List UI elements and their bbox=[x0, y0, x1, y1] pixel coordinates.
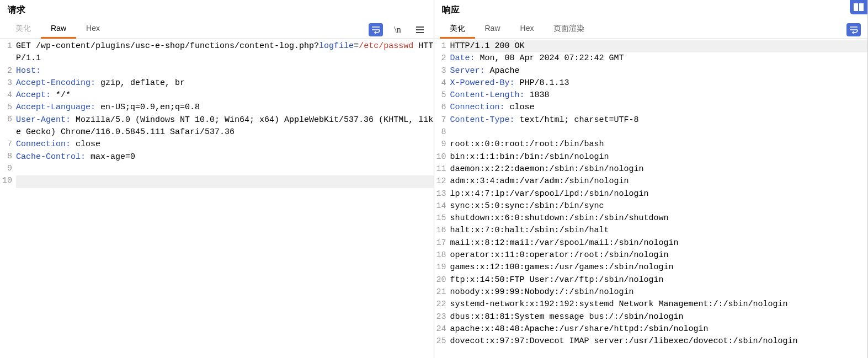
response-tab-row: 美化 Raw Hex 页面渲染 bbox=[434, 20, 868, 39]
code-line[interactable]: Date: Mon, 08 Apr 2024 07:22:42 GMT bbox=[450, 52, 868, 65]
line-number: 18 bbox=[434, 249, 449, 261]
code-line[interactable]: halt:x:7:0:halt:/sbin:/sbin/halt bbox=[450, 225, 868, 237]
line-number: 5 bbox=[0, 101, 14, 114]
code-line[interactable]: apache:x:48:48:Apache:/usr/share/httpd:/… bbox=[450, 323, 868, 335]
layout-toggle-button[interactable] bbox=[850, 0, 867, 14]
line-number: 11 bbox=[434, 163, 449, 175]
code-line[interactable]: nobody:x:99:99:Nobody:/:/sbin/nologin bbox=[450, 286, 868, 298]
line-number: 3 bbox=[0, 77, 14, 89]
response-title: 响应 bbox=[442, 4, 860, 16]
request-actions: \n bbox=[369, 23, 434, 36]
tab-raw[interactable]: Raw bbox=[475, 20, 510, 39]
code-line[interactable]: lp:x:4:7:lp:/var/spool/lpd:/sbin/nologin bbox=[450, 188, 868, 200]
code-line[interactable] bbox=[16, 175, 434, 188]
code-line[interactable]: Content-Length: 1838 bbox=[450, 89, 868, 101]
code-line[interactable]: Connection: close bbox=[16, 138, 434, 151]
tab-beautify[interactable]: 美化 bbox=[440, 20, 475, 39]
line-number: 12 bbox=[434, 175, 449, 188]
code-line[interactable]: Cache-Control: max-age=0 bbox=[16, 151, 434, 163]
code-line[interactable]: HTTP/1.1 200 OK bbox=[450, 40, 868, 52]
line-number: 15 bbox=[434, 212, 449, 225]
code-line[interactable]: shutdown:x:6:0:shutdown:/sbin:/sbin/shut… bbox=[450, 212, 868, 225]
line-number: 10 bbox=[0, 175, 14, 187]
line-number: 1 bbox=[0, 40, 14, 65]
line-number: 2 bbox=[434, 52, 449, 65]
request-tabs: 美化 Raw Hex bbox=[0, 20, 369, 39]
line-number: 24 bbox=[434, 323, 449, 335]
code-line[interactable]: GET /wp-content/plugins/usc-e-shop/funct… bbox=[16, 40, 434, 65]
tab-hex[interactable]: Hex bbox=[510, 20, 544, 39]
line-number: 6 bbox=[434, 101, 449, 114]
line-number: 22 bbox=[434, 298, 449, 311]
request-code-area[interactable]: 12345678910 GET /wp-content/plugins/usc-… bbox=[0, 39, 434, 358]
code-line[interactable]: User-Agent: Mozilla/5.0 (Windows NT 10.0… bbox=[16, 114, 434, 139]
line-number: 10 bbox=[434, 151, 449, 163]
line-number: 25 bbox=[434, 335, 449, 348]
newline-icon[interactable]: \n bbox=[391, 23, 405, 36]
code-line[interactable]: Connection: close bbox=[450, 101, 868, 114]
request-tab-row: 美化 Raw Hex \n bbox=[0, 20, 434, 39]
code-line[interactable]: ftp:x:14:50:FTP User:/var/ftp:/sbin/nolo… bbox=[450, 274, 868, 286]
code-line[interactable]: systemd-network:x:192:192:systemd Networ… bbox=[450, 298, 868, 311]
line-number: 5 bbox=[434, 89, 449, 101]
code-line[interactable]: adm:x:3:4:adm:/var/adm:/sbin/nologin bbox=[450, 175, 868, 188]
line-number: 16 bbox=[434, 225, 449, 237]
line-number: 1 bbox=[434, 40, 449, 52]
line-number: 17 bbox=[434, 237, 449, 249]
line-number: 9 bbox=[0, 163, 14, 175]
line-number: 8 bbox=[0, 151, 14, 163]
wrap-icon[interactable] bbox=[369, 23, 383, 36]
code-line[interactable]: Host: bbox=[16, 65, 434, 77]
line-number: 7 bbox=[434, 114, 449, 126]
code-line[interactable]: X-Powered-By: PHP/8.1.13 bbox=[450, 77, 868, 89]
tab-hex[interactable]: Hex bbox=[76, 20, 110, 39]
request-gutter: 12345678910 bbox=[0, 39, 14, 358]
line-number: 7 bbox=[0, 138, 14, 151]
tab-render[interactable]: 页面渲染 bbox=[544, 20, 594, 39]
code-line[interactable]: bin:x:1:1:bin:/bin:/sbin/nologin bbox=[450, 151, 868, 163]
code-line[interactable]: Content-Type: text/html; charset=UTF-8 bbox=[450, 114, 868, 126]
response-gutter: 1234567891011121314151617181920212223242… bbox=[434, 39, 449, 358]
line-number: 23 bbox=[434, 311, 449, 323]
line-number: 9 bbox=[434, 138, 449, 151]
line-number: 13 bbox=[434, 188, 449, 200]
request-pane: 请求 美化 Raw Hex \n 1234567891 bbox=[0, 0, 434, 358]
menu-icon[interactable] bbox=[413, 23, 427, 36]
code-line[interactable] bbox=[16, 163, 434, 175]
request-code[interactable]: GET /wp-content/plugins/usc-e-shop/funct… bbox=[14, 39, 434, 358]
line-number: 19 bbox=[434, 261, 449, 274]
svg-rect-6 bbox=[859, 3, 864, 11]
code-line[interactable]: operator:x:11:0:operator:/root:/sbin/nol… bbox=[450, 249, 868, 261]
line-number: 6 bbox=[0, 114, 14, 138]
line-number: 2 bbox=[0, 65, 14, 77]
code-line[interactable]: mail:x:8:12:mail:/var/spool/mail:/sbin/n… bbox=[450, 237, 868, 249]
svg-rect-5 bbox=[854, 3, 858, 11]
line-number: 20 bbox=[434, 274, 449, 286]
code-line[interactable]: dbus:x:81:81:System message bus:/:/sbin/… bbox=[450, 311, 868, 323]
response-tabs: 美化 Raw Hex 页面渲染 bbox=[434, 20, 847, 39]
line-number: 21 bbox=[434, 286, 449, 298]
line-number: 3 bbox=[434, 65, 449, 77]
code-line[interactable]: sync:x:5:0:sync:/sbin:/bin/sync bbox=[450, 200, 868, 212]
code-line[interactable]: root:x:0:0:root:/root:/bin/bash bbox=[450, 138, 868, 151]
code-line[interactable]: games:x:12:100:games:/usr/games:/sbin/no… bbox=[450, 261, 868, 274]
line-number: 14 bbox=[434, 200, 449, 212]
wrap-icon[interactable] bbox=[846, 23, 861, 36]
request-title: 请求 bbox=[8, 4, 426, 16]
response-header: 响应 bbox=[434, 0, 868, 20]
code-line[interactable]: Accept: */* bbox=[16, 89, 434, 101]
tab-raw[interactable]: Raw bbox=[41, 20, 76, 39]
code-line[interactable]: Accept-Encoding: gzip, deflate, br bbox=[16, 77, 434, 89]
code-line[interactable]: daemon:x:2:2:daemon:/sbin:/sbin/nologin bbox=[450, 163, 868, 175]
code-line[interactable]: Server: Apache bbox=[450, 65, 868, 77]
line-number: 8 bbox=[434, 126, 449, 138]
response-pane: 响应 美化 Raw Hex 页面渲染 123456789101112131415… bbox=[434, 0, 869, 358]
code-line[interactable]: dovecot:x:97:97:Dovecot IMAP server:/usr… bbox=[450, 335, 868, 348]
tab-beautify[interactable]: 美化 bbox=[6, 20, 41, 39]
request-header: 请求 bbox=[0, 0, 434, 20]
code-line[interactable]: Accept-Language: en-US;q=0.9,en;q=0.8 bbox=[16, 101, 434, 114]
code-line[interactable] bbox=[450, 126, 868, 138]
line-number: 4 bbox=[0, 89, 14, 101]
response-code[interactable]: HTTP/1.1 200 OKDate: Mon, 08 Apr 2024 07… bbox=[449, 39, 868, 358]
response-code-area[interactable]: 1234567891011121314151617181920212223242… bbox=[434, 39, 868, 358]
